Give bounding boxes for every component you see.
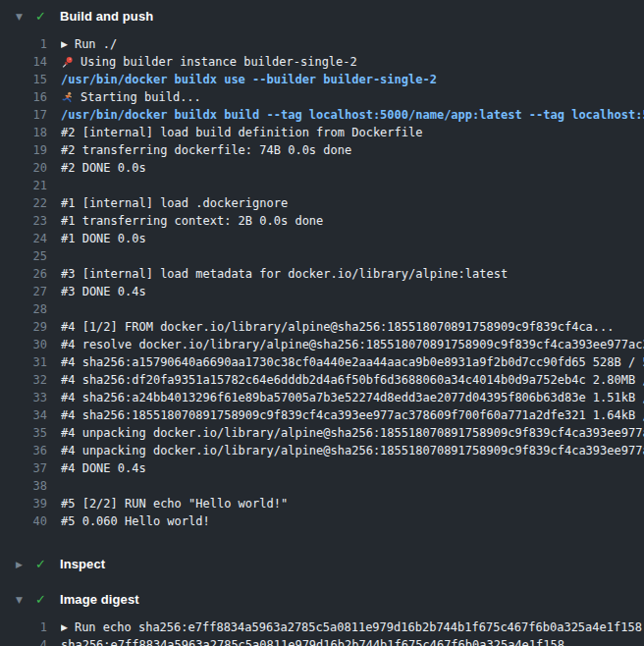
line-number[interactable]: 30 bbox=[0, 336, 47, 353]
log-text: sha256:e7ff8834a5963a2785c5a0811e979d16b… bbox=[61, 636, 564, 646]
line-number[interactable]: 40 bbox=[0, 512, 47, 530]
line-number[interactable]: 14 bbox=[0, 53, 47, 71]
line-number[interactable]: 16 bbox=[0, 88, 47, 106]
line-number[interactable]: 4 bbox=[0, 636, 47, 646]
log-line: 36#4 unpacking docker.io/library/alpine@… bbox=[0, 442, 644, 459]
section-title: Build and push bbox=[60, 8, 153, 26]
log-text: #4 sha256:a15790640a6690aa1730c38cf0a440… bbox=[61, 353, 644, 371]
line-content: /usr/bin/docker buildx build --tag local… bbox=[61, 106, 644, 124]
section-header-build-and-push[interactable]: ▼✓Build and push bbox=[0, 4, 644, 29]
line-content: #1 DONE 0.0s bbox=[61, 230, 644, 247]
line-number[interactable]: 1 bbox=[0, 619, 47, 636]
log-line: 39#5 [2/2] RUN echo "Hello world!" bbox=[0, 495, 644, 512]
line-number[interactable]: 36 bbox=[0, 442, 47, 459]
log-text: #4 DONE 0.4s bbox=[61, 459, 146, 477]
log-line: 29#4 [1/2] FROM docker.io/library/alpine… bbox=[0, 318, 644, 336]
line-number[interactable]: 31 bbox=[0, 353, 47, 371]
line-content: ▶Run echo sha256:e7ff8834a5963a2785c5a08… bbox=[61, 619, 644, 636]
log-section-image-digest: ▼✓Image digest1▶Run echo sha256:e7ff8834… bbox=[0, 587, 644, 646]
log-line: 1▶Run echo sha256:e7ff8834a5963a2785c5a0… bbox=[0, 619, 644, 636]
line-number[interactable]: 38 bbox=[0, 477, 47, 495]
line-content: #2 DONE 0.0s bbox=[61, 159, 644, 177]
log-line: 31#4 sha256:a15790640a6690aa1730c38cf0a4… bbox=[0, 353, 644, 371]
line-number[interactable]: 26 bbox=[0, 265, 47, 283]
log-text: #4 unpacking docker.io/library/alpine@sh… bbox=[61, 424, 644, 442]
line-number[interactable]: 35 bbox=[0, 424, 47, 442]
section-header-inspect[interactable]: ▶✓Inspect bbox=[0, 552, 644, 577]
line-number[interactable]: 17 bbox=[0, 106, 47, 124]
log-text: #3 DONE 0.4s bbox=[61, 283, 146, 300]
check-icon: ✓ bbox=[35, 556, 51, 573]
line-number[interactable]: 22 bbox=[0, 194, 47, 212]
log-text: #5 0.060 Hello world! bbox=[61, 512, 210, 530]
line-content: Starting build... bbox=[61, 88, 644, 106]
log-line: 28 bbox=[0, 300, 644, 318]
line-number[interactable]: 24 bbox=[0, 230, 47, 247]
line-number[interactable]: 27 bbox=[0, 283, 47, 300]
log-text: /usr/bin/docker buildx build --tag local… bbox=[61, 106, 644, 124]
line-number[interactable]: 37 bbox=[0, 459, 47, 477]
pushpin-icon bbox=[61, 56, 74, 69]
runner-icon bbox=[61, 91, 74, 104]
log-text: #4 sha256:185518070891758909c9f839cf4ca3… bbox=[61, 406, 644, 424]
log-text: #4 unpacking docker.io/library/alpine@sh… bbox=[61, 442, 644, 459]
line-number[interactable]: 15 bbox=[0, 71, 47, 88]
line-number[interactable]: 32 bbox=[0, 371, 47, 389]
log-text: Run echo sha256:e7ff8834a5963a2785c5a081… bbox=[75, 619, 642, 636]
log-line: 20#2 DONE 0.0s bbox=[0, 159, 644, 177]
log-text: #4 resolve docker.io/library/alpine@sha2… bbox=[61, 336, 644, 353]
log-text: #5 [2/2] RUN echo "Hello world!" bbox=[61, 495, 288, 512]
log-section-build-and-push: ▼✓Build and push1▶Run ./14Using builder … bbox=[0, 4, 644, 542]
chevron-down-icon: ▼ bbox=[16, 8, 28, 26]
line-content: sha256:e7ff8834a5963a2785c5a0811e979d16b… bbox=[61, 636, 644, 646]
line-content: #5 0.060 Hello world! bbox=[61, 512, 644, 530]
workflow-log-viewer: ▼✓Build and push1▶Run ./14Using builder … bbox=[0, 0, 644, 646]
log-text: #1 [internal] load .dockerignore bbox=[61, 194, 288, 212]
line-number[interactable]: 25 bbox=[0, 247, 47, 265]
log-text: #2 DONE 0.0s bbox=[61, 159, 146, 177]
log-line: 30#4 resolve docker.io/library/alpine@sh… bbox=[0, 336, 644, 353]
log-text: #1 transferring context: 2B 0.0s done bbox=[61, 212, 323, 230]
line-number[interactable]: 21 bbox=[0, 177, 47, 194]
line-number[interactable]: 1 bbox=[0, 35, 47, 53]
line-number[interactable]: 20 bbox=[0, 159, 47, 177]
log-text: #1 DONE 0.0s bbox=[61, 230, 146, 247]
expand-run-icon[interactable]: ▶ bbox=[61, 35, 68, 53]
log-line: 26#3 [internal] load metadata for docker… bbox=[0, 265, 644, 283]
check-icon: ✓ bbox=[35, 8, 51, 26]
log-lines-image-digest: 1▶Run echo sha256:e7ff8834a5963a2785c5a0… bbox=[0, 613, 644, 646]
log-text: #2 transferring dockerfile: 74B 0.0s don… bbox=[61, 141, 351, 159]
line-number[interactable]: 34 bbox=[0, 406, 47, 424]
line-number[interactable]: 19 bbox=[0, 141, 47, 159]
line-number[interactable]: 28 bbox=[0, 300, 47, 318]
line-content: #3 DONE 0.4s bbox=[61, 283, 644, 300]
log-line: 32#4 sha256:df20fa9351a15782c64e6dddb2d4… bbox=[0, 371, 644, 389]
log-text: #4 sha256:a24bb4013296f61e89ba57005a7b3e… bbox=[61, 389, 644, 406]
log-line: 35#4 unpacking docker.io/library/alpine@… bbox=[0, 424, 644, 442]
line-number[interactable]: 39 bbox=[0, 495, 47, 512]
line-content: #2 transferring dockerfile: 74B 0.0s don… bbox=[61, 141, 644, 159]
line-content: /usr/bin/docker buildx use --builder bui… bbox=[61, 71, 644, 88]
check-icon: ✓ bbox=[35, 591, 51, 609]
line-content: #2 [internal] load build definition from… bbox=[61, 124, 644, 141]
log-line: 34#4 sha256:185518070891758909c9f839cf4c… bbox=[0, 406, 644, 424]
line-content: #4 sha256:a15790640a6690aa1730c38cf0a440… bbox=[61, 353, 644, 371]
line-content: #4 sha256:185518070891758909c9f839cf4ca3… bbox=[61, 406, 644, 424]
chevron-down-icon: ▼ bbox=[16, 591, 28, 609]
line-content: #1 transferring context: 2B 0.0s done bbox=[61, 212, 644, 230]
log-text: Run ./ bbox=[75, 35, 117, 53]
log-line: 15/usr/bin/docker buildx use --builder b… bbox=[0, 71, 644, 88]
line-number[interactable]: 33 bbox=[0, 389, 47, 406]
line-number[interactable]: 18 bbox=[0, 124, 47, 141]
log-lines-build-and-push: 1▶Run ./14Using builder instance builder… bbox=[0, 29, 644, 542]
line-number[interactable]: 23 bbox=[0, 212, 47, 230]
expand-run-icon[interactable]: ▶ bbox=[61, 619, 68, 636]
line-number[interactable]: 29 bbox=[0, 318, 47, 336]
log-text: /usr/bin/docker buildx use --builder bui… bbox=[61, 71, 437, 88]
log-line: 40#5 0.060 Hello world! bbox=[0, 512, 644, 530]
section-title: Inspect bbox=[60, 556, 105, 573]
log-text: #3 [internal] load metadata for docker.i… bbox=[61, 265, 508, 283]
line-content: #1 [internal] load .dockerignore bbox=[61, 194, 644, 212]
log-line: 1▶Run ./ bbox=[0, 35, 644, 53]
section-header-image-digest[interactable]: ▼✓Image digest bbox=[0, 587, 644, 613]
